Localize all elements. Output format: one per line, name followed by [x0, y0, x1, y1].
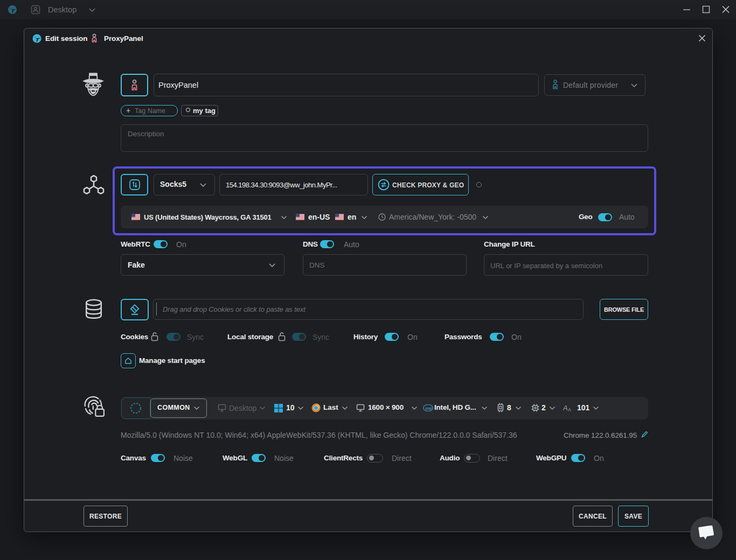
svg-text:A: A — [568, 407, 571, 412]
svg-text:intel: intel — [425, 407, 432, 410]
svg-text:A: A — [563, 404, 568, 412]
